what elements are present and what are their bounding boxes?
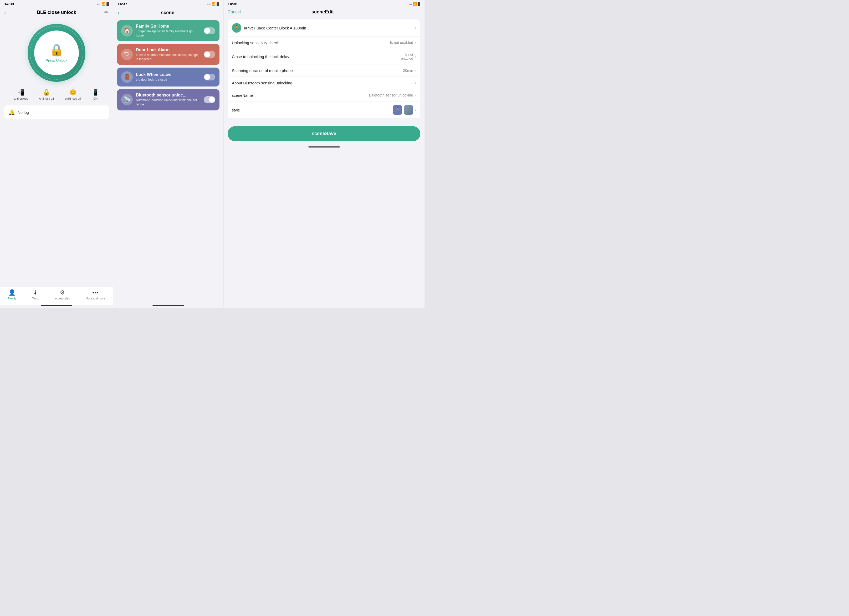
style-thumb-image bbox=[404, 105, 413, 115]
scene-nav: ‹ scene bbox=[113, 7, 223, 18]
edit-row-about-bluetooth[interactable]: About Bluetooth sensing unlocking › bbox=[228, 77, 420, 89]
lock-when-leave-icon: 🚪 bbox=[121, 71, 133, 83]
tab-more[interactable]: ••• More and more bbox=[86, 289, 106, 300]
edit-rows-list: 🏃 arriveHuace Center Block A 180min › Un… bbox=[228, 19, 420, 118]
status-bar-1: 14:39 ▪▪▪ 📶 ▓ bbox=[0, 0, 113, 7]
lock-icon: 🔒 bbox=[49, 43, 64, 57]
tab-family[interactable]: 👤 Family bbox=[8, 289, 16, 300]
door-lock-alarm-icon: 🛡 bbox=[121, 49, 133, 60]
family-go-home-toggle[interactable] bbox=[204, 27, 215, 34]
door-lock-alarm-desc: In case of abnormal door lock alarm, lin… bbox=[136, 53, 201, 61]
door-lock-alarm-content: Door Lock Alarm In case of abnormal door… bbox=[136, 48, 201, 61]
log-row: 🔔 No log bbox=[4, 106, 109, 119]
scene-name-chevron: › bbox=[415, 93, 416, 97]
bell-icon: 🔔 bbox=[8, 109, 15, 115]
close-unlocking-value: Is not enabled bbox=[401, 52, 413, 60]
signal-icon-2: ▪▪▪ bbox=[207, 2, 210, 6]
edit-row-close-unlocking-delay[interactable]: Close to unlocking the lock delay Is not… bbox=[228, 49, 420, 64]
press-unlock-label: Press Unlock bbox=[46, 58, 67, 63]
log-text: No log bbox=[18, 110, 29, 115]
edit-row-arrive-huace[interactable]: 🏃 arriveHuace Center Block A 180min › bbox=[228, 19, 420, 37]
tab-temp[interactable]: 🌡 Temp bbox=[32, 289, 39, 300]
family-tab-icon: 👤 bbox=[8, 289, 15, 296]
tab-bar: 👤 Family 🌡 Temp ⚙ accessories ••• More a… bbox=[0, 287, 113, 305]
cancel-button[interactable]: Cancel bbox=[228, 10, 241, 15]
lock-when-leave-content: Lock When Leave the door lock is closed bbox=[136, 72, 201, 82]
temp-tab-icon: 🌡 bbox=[33, 289, 39, 296]
home-indicator-2 bbox=[152, 305, 184, 306]
status-icons-3: ▪▪▪ 📶 ▓ bbox=[408, 2, 420, 6]
status-bar-3: 14:36 ▪▪▪ 📶 ▓ bbox=[223, 0, 424, 7]
status-time-1: 14:39 bbox=[4, 1, 14, 6]
panel-scene-edit: 14:36 ▪▪▪ 📶 ▓ Cancel sceneEdit 🏃 arriveH… bbox=[223, 0, 424, 308]
back-button-1[interactable]: ‹ bbox=[4, 9, 12, 15]
toggle-knob bbox=[204, 28, 210, 34]
scene-list: 🏠 Family Go Home Trigger linkage when fa… bbox=[113, 18, 223, 305]
scene-card-door-lock-alarm[interactable]: 🛡 Door Lock Alarm In case of abnormal do… bbox=[117, 44, 219, 65]
scene-card-bluetooth-sensor[interactable]: 📡 Bluetooth sensor unloc... Automatic in… bbox=[117, 89, 219, 110]
anti-lock-item: 🔓 Anti-lock off bbox=[39, 89, 54, 100]
unlocking-sensitivity-chevron: › bbox=[415, 40, 416, 45]
about-bluetooth-label: About Bluetooth sensing unlocking bbox=[232, 81, 415, 85]
status-time-2: 14:37 bbox=[118, 1, 127, 6]
anti-unlock-icon: 📲 bbox=[17, 89, 24, 96]
edit-row-scene-name[interactable]: sceneName Bluetooth sensor unlocking › bbox=[228, 89, 420, 101]
panel-scene: 14:37 ▪▪▪ 📶 ▓ ‹ scene 🏠 Family Go Home T… bbox=[113, 0, 223, 308]
close-unlocking-label: Close to unlocking the lock delay bbox=[232, 54, 401, 59]
scanning-duration-value: 20min bbox=[403, 69, 413, 73]
lock-section: 🔒 Press Unlock bbox=[0, 18, 113, 86]
about-bluetooth-chevron: › bbox=[415, 81, 416, 85]
toggle-knob bbox=[204, 52, 210, 57]
edit-row-scanning-duration[interactable]: Scanning duration of mobile phone 20min … bbox=[228, 64, 420, 77]
style-chevron: › bbox=[415, 107, 416, 112]
more-tab-label: More and more bbox=[86, 297, 106, 300]
anti-lock-label: Anti-lock off bbox=[39, 97, 54, 100]
home-indicator-1 bbox=[41, 305, 72, 306]
bluetooth-sensor-icon: 📡 bbox=[121, 94, 133, 106]
edit-icon-1[interactable]: ✏ bbox=[101, 9, 109, 15]
tab-accessories[interactable]: ⚙ accessories bbox=[55, 289, 70, 300]
scanning-duration-label: Scanning duration of mobile phone bbox=[232, 69, 403, 73]
scene-title: scene bbox=[122, 10, 213, 15]
panel-ble-unlock: 14:39 ▪▪▪ 📶 ▓ ‹ BLE close unlock ✏ 🔒 Pre… bbox=[0, 0, 113, 308]
edit-row-unlocking-sensitivity[interactable]: Unlocking sensitivity check Is not enabl… bbox=[228, 37, 420, 49]
status-bar-2: 14:37 ▪▪▪ 📶 ▓ bbox=[113, 0, 223, 7]
accessories-tab-label: accessories bbox=[55, 297, 70, 300]
accessories-tab-icon: ⚙ bbox=[60, 289, 65, 296]
home-indicator-3 bbox=[308, 146, 340, 148]
scene-card-lock-when-leave[interactable]: 🚪 Lock When Leave the door lock is close… bbox=[117, 67, 219, 87]
lock-outer-ring[interactable]: 🔒 Press Unlock bbox=[28, 24, 85, 82]
close-unlocking-value-line2: enabled bbox=[401, 57, 413, 60]
anti-unlock-item: 📲 anti unlock bbox=[14, 89, 28, 100]
scene-save-button[interactable]: sceneSave bbox=[228, 126, 420, 141]
scene-card-family-go-home[interactable]: 🏠 Family Go Home Trigger linkage when fa… bbox=[117, 20, 219, 41]
family-go-home-icon: 🏠 bbox=[121, 25, 133, 37]
wifi-icon-1: 📶 bbox=[101, 2, 106, 6]
lock-when-leave-title: Lock When Leave bbox=[136, 72, 201, 77]
signal-icon-3: ▪▪▪ bbox=[408, 2, 412, 6]
lock-when-leave-desc: the door lock is closed bbox=[136, 78, 201, 82]
battery-level-icon: 📱 bbox=[92, 89, 99, 96]
status-time-3: 14:36 bbox=[228, 1, 237, 6]
bluetooth-sensor-title: Bluetooth sensor unloc... bbox=[136, 93, 201, 97]
family-go-home-title: Family Go Home bbox=[136, 24, 201, 29]
nav-bar-1: ‹ BLE close unlock ✏ bbox=[0, 7, 113, 18]
edit-row-style[interactable]: style 🏃 › bbox=[228, 101, 420, 118]
toggle-knob bbox=[204, 74, 210, 80]
status-icons-2: ▪▪▪ 📶 ▓ bbox=[207, 2, 219, 6]
bluetooth-sensor-toggle[interactable] bbox=[204, 96, 215, 103]
arrive-huace-icon: 🏃 bbox=[232, 23, 241, 33]
wifi-icon-3: 📶 bbox=[413, 2, 417, 6]
status-icons-1: ▪▪▪ 📶 ▓ bbox=[97, 2, 109, 6]
battery-icon-1: ▓ bbox=[106, 2, 109, 6]
lock-when-leave-toggle[interactable] bbox=[204, 74, 215, 81]
battery-item: 📱 0% bbox=[92, 89, 99, 100]
unlocking-sensitivity-value: Is not enabled bbox=[390, 40, 413, 45]
scene-back-button[interactable]: ‹ bbox=[118, 9, 119, 16]
anti-lock-icon: 🔓 bbox=[43, 89, 50, 96]
temp-tab-label: Temp bbox=[32, 297, 39, 300]
scanning-duration-chevron: › bbox=[415, 68, 416, 73]
door-lock-alarm-toggle[interactable] bbox=[204, 51, 215, 58]
page-title-1: BLE close unlock bbox=[12, 10, 101, 15]
wifi-icon-2: 📶 bbox=[212, 2, 216, 6]
